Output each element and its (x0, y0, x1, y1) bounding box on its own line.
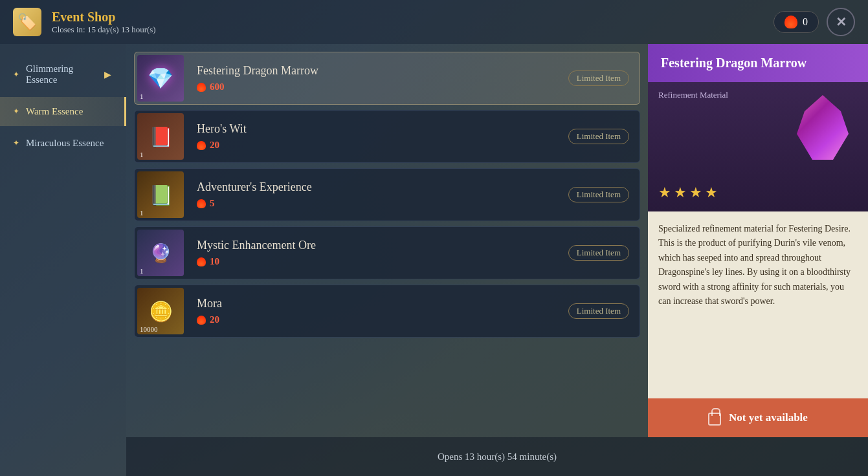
sidebar-label-warm: Warm Essence (26, 106, 83, 117)
item-name-hw: Hero's Wit (197, 122, 558, 136)
detail-header: Festering Dragon Marrow (648, 44, 868, 82)
sidebar: ✦ Glimmering Essence ▶ ✦ Warm Essence ✦ … (0, 44, 126, 476)
main-layout: ✦ Glimmering Essence ▶ ✦ Warm Essence ✦ … (0, 44, 868, 476)
item-row-meo[interactable]: 🔮 1 Mystic Enhancement Ore 10 Limited It… (134, 226, 640, 279)
currency-amount: 0 (803, 16, 808, 28)
sidebar-item-glimmering[interactable]: ✦ Glimmering Essence ▶ (0, 54, 126, 94)
cost-amount-fdm: 600 (210, 81, 225, 92)
item-thumb-mora: 🪙 10000 (137, 288, 184, 334)
star-icon-miraculous: ✦ (13, 138, 19, 148)
star-3: ★ (689, 184, 702, 201)
item-cost-meo: 10 (197, 256, 558, 267)
item-badge-meo: Limited Item (568, 245, 629, 261)
cost-fire-mora (197, 316, 206, 325)
item-row-fdm[interactable]: 💎 1 Festering Dragon Marrow 600 Limited … (134, 52, 640, 105)
shop-items-list: 💎 1 Festering Dragon Marrow 600 Limited … (126, 44, 648, 437)
shop-icon: 🏷️ (13, 8, 41, 36)
item-cost-hw: 20 (197, 140, 558, 151)
star-1: ★ (658, 184, 671, 201)
item-thumb-meo: 🔮 1 (137, 230, 184, 276)
bottom-bar: Opens 13 hour(s) 54 minute(s) (126, 437, 868, 476)
item-name-meo: Mystic Enhancement Ore (197, 239, 558, 252)
item-info-meo: Mystic Enhancement Ore 10 (186, 232, 568, 274)
detail-description: Specialized refinement material for Fest… (658, 222, 858, 308)
items-and-detail: 💎 1 Festering Dragon Marrow 600 Limited … (126, 44, 868, 437)
sidebar-item-warm[interactable]: ✦ Warm Essence (0, 97, 126, 126)
shop-title-block: Event Shop Closes in: 15 day(s) 13 hour(… (52, 10, 156, 35)
item-info-hw: Hero's Wit 20 (186, 116, 568, 157)
cost-amount-hw: 20 (210, 140, 219, 151)
sidebar-item-miraculous[interactable]: ✦ Miraculous Essence (0, 129, 126, 158)
item-info-fdm: Festering Dragon Marrow 600 (186, 58, 568, 99)
stars-row: ★ ★ ★ ★ (658, 184, 718, 201)
star-icon-warm: ✦ (13, 107, 19, 116)
star-icon-glimmering: ✦ (13, 70, 19, 80)
detail-subtitle: Refinement Material (658, 90, 728, 100)
cost-amount-mora: 20 (210, 314, 219, 325)
center-and-detail: 💎 1 Festering Dragon Marrow 600 Limited … (126, 44, 868, 476)
top-bar: 🏷️ Event Shop Closes in: 15 day(s) 13 ho… (0, 0, 868, 44)
item-name-fdm: Festering Dragon Marrow (197, 64, 558, 78)
shop-title: Event Shop (52, 10, 156, 25)
sidebar-arrow-glimmering: ▶ (104, 69, 111, 80)
star-2: ★ (674, 184, 687, 201)
item-badge-ae: Limited Item (568, 187, 629, 202)
gem-shape (797, 95, 849, 160)
detail-title: Festering Dragon Marrow (661, 56, 807, 70)
detail-panel: Festering Dragon Marrow Refinement Mater… (648, 44, 868, 437)
item-info-mora: Mora 20 (186, 290, 568, 332)
item-row-ae[interactable]: 📗 1 Adventurer's Experience 5 Limited It… (134, 168, 640, 221)
item-cost-fdm: 600 (197, 81, 558, 92)
sidebar-label-glimmering: Glimmering Essence (26, 63, 98, 85)
mora-qty: 10000 (140, 325, 158, 333)
item-thumb-ae: 📗 1 (137, 171, 184, 218)
top-bar-right: 0 ✕ (773, 8, 855, 36)
cost-fire-ae (197, 199, 206, 208)
close-button[interactable]: ✕ (827, 8, 855, 36)
item-badge-mora: Limited Item (568, 303, 629, 319)
fdm-qty: 1 (140, 92, 144, 100)
fire-currency-icon (785, 16, 797, 28)
detail-desc-section: Specialized refinement material for Fest… (648, 211, 868, 398)
ae-book-icon: 📗 (149, 184, 173, 206)
detail-content: Refinement Material ★ ★ ★ ★ Spec (648, 82, 868, 398)
sidebar-label-miraculous: Miraculous Essence (26, 138, 104, 149)
cost-fire-fdm (197, 83, 206, 92)
bottom-opens-text: Opens 13 hour(s) 54 minute(s) (438, 451, 557, 462)
cost-amount-ae: 5 (210, 198, 215, 209)
item-cost-ae: 5 (197, 198, 558, 209)
cost-amount-meo: 10 (210, 256, 219, 267)
item-thumb-fdm: 💎 1 (137, 55, 184, 102)
item-badge-fdm: Limited Item (568, 70, 629, 86)
meo-qty: 1 (140, 267, 144, 275)
mora-coin-icon: 🪙 (149, 300, 173, 323)
item-name-ae: Adventurer's Experience (197, 180, 558, 194)
item-info-ae: Adventurer's Experience 5 (186, 174, 568, 215)
lock-icon (708, 413, 721, 426)
item-name-mora: Mora (197, 297, 558, 310)
fdm-gem-icon: 💎 (148, 66, 173, 91)
detail-gem-image (790, 89, 855, 166)
item-row-mora[interactable]: 🪙 10000 Mora 20 Limited Item (134, 285, 640, 338)
shop-subtitle: Closes in: 15 day(s) 13 hour(s) (52, 25, 156, 35)
hw-book-icon: 📕 (149, 125, 173, 148)
currency-box: 0 (773, 11, 819, 33)
cost-fire-hw (197, 141, 206, 150)
item-thumb-hw: 📕 1 (137, 113, 184, 160)
detail-purple-section: Refinement Material ★ ★ ★ ★ (648, 82, 868, 211)
hw-qty: 1 (140, 151, 144, 158)
star-4: ★ (705, 184, 718, 201)
item-row-hw[interactable]: 📕 1 Hero's Wit 20 Limited Item (134, 110, 640, 163)
meo-ore-icon: 🔮 (150, 243, 172, 264)
not-available-label: Not yet available (729, 411, 808, 424)
item-cost-mora: 20 (197, 314, 558, 325)
item-badge-hw: Limited Item (568, 129, 629, 144)
detail-footer[interactable]: Not yet available (648, 398, 868, 437)
cost-fire-meo (197, 257, 206, 266)
ae-qty: 1 (140, 209, 144, 217)
